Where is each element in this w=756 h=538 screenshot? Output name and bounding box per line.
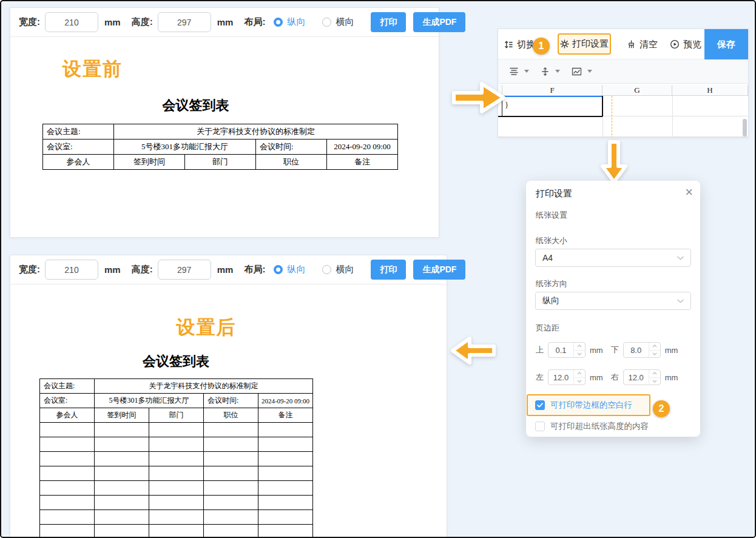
column-header-f[interactable]: F	[502, 85, 602, 96]
empty-cell	[40, 496, 95, 510]
print-toolbar: 宽度: mm 高度: mm 布局: 纵向 横向 打印 生成PDF	[10, 8, 439, 37]
landscape-radio-label: 横向	[336, 16, 354, 28]
stepper-buttons[interactable]	[573, 370, 585, 385]
stepper-buttons[interactable]	[649, 370, 660, 385]
print-button[interactable]: 打印	[371, 260, 406, 280]
empty-cell	[204, 437, 258, 452]
width-label: 宽度:	[19, 264, 40, 275]
height-input[interactable]	[158, 12, 211, 32]
empty-cell	[204, 481, 258, 496]
empty-cell	[95, 452, 149, 466]
chevron-up-icon[interactable]	[574, 370, 585, 378]
stepper-buttons[interactable]	[649, 343, 660, 357]
height-input[interactable]	[158, 260, 211, 280]
width-input[interactable]	[45, 260, 98, 280]
print-button[interactable]: 打印	[371, 12, 406, 32]
table-row: 会议室: 5号楼301多功能汇报大厅 会议时间: 2024-09-20 09:0…	[43, 140, 398, 155]
empty-cell	[258, 423, 313, 437]
chevron-up-icon[interactable]	[649, 343, 660, 351]
switch-button[interactable]: 切换	[504, 29, 535, 59]
margin-top-value: 0.1	[548, 343, 573, 357]
empty-cell	[40, 452, 95, 466]
overflow-checkbox-label: 可打印超出纸张高度的内容	[550, 421, 649, 432]
checkbox-unchecked-icon[interactable]	[535, 422, 545, 431]
chevron-up-icon[interactable]	[574, 343, 585, 351]
empty-row	[40, 437, 313, 452]
col-header: 备注	[258, 408, 313, 423]
arrow-right-icon	[450, 80, 506, 115]
chevron-down-icon[interactable]	[649, 378, 660, 385]
generate-pdf-button[interactable]: 生成PDF	[413, 260, 465, 280]
table-row: 会议主题: 关于龙宇科技支付协议的标准制定	[43, 124, 398, 140]
room-label-cell: 会议室:	[40, 394, 95, 408]
align-center-icon[interactable]	[509, 67, 519, 76]
blank-rows-checkbox-row[interactable]: 可打印带边框的空白行	[527, 394, 650, 416]
subject-label-cell: 会议主题:	[40, 379, 95, 394]
chevron-up-icon[interactable]	[649, 370, 660, 378]
margin-right-stepper[interactable]: 12.0	[623, 369, 661, 385]
portrait-radio[interactable]: 纵向	[274, 16, 305, 28]
empty-cell	[95, 437, 149, 452]
after-document: 设置后 会议签到表 会议主题: 关于龙宇科技支付协议的标准制定 会议室: 5号楼…	[39, 315, 312, 538]
table-border	[602, 96, 603, 116]
before-badge: 设置前	[62, 56, 439, 82]
empty-row	[40, 510, 313, 525]
chevron-down-icon[interactable]	[574, 378, 585, 385]
margin-bottom-stepper[interactable]: 8.0	[623, 342, 661, 358]
landscape-radio[interactable]: 横向	[322, 16, 354, 28]
subject-value-cell: 关于龙宇科技支付协议的标准制定	[95, 379, 313, 394]
print-settings-button[interactable]: 打印设置	[558, 33, 611, 55]
empty-cell	[149, 510, 204, 525]
stepper-buttons[interactable]	[573, 343, 585, 357]
height-unit: mm	[217, 17, 234, 27]
image-icon[interactable]	[572, 67, 582, 76]
preview-button[interactable]: 预览	[670, 29, 701, 59]
empty-cell	[95, 481, 149, 496]
radio-selected-icon	[274, 265, 283, 274]
empty-cell	[258, 452, 313, 466]
paper-size-label: 纸张大小	[536, 235, 567, 246]
time-label-cell: 会议时间:	[256, 140, 327, 155]
step-1-badge: 1	[533, 38, 550, 55]
preview-label: 预览	[683, 39, 701, 50]
chevron-down-icon[interactable]	[555, 70, 560, 73]
chevron-down-icon[interactable]	[574, 351, 585, 358]
after-preview-panel: 宽度: mm 高度: mm 布局: 纵向 横向 打印 生成PDF 设置后 会议签…	[10, 255, 447, 538]
empty-cell	[95, 423, 149, 437]
column-header-g[interactable]: G	[602, 85, 672, 96]
empty-cell	[149, 437, 204, 452]
col-header: 参会人	[43, 155, 114, 170]
empty-cell	[149, 423, 204, 437]
close-icon[interactable]: ×	[685, 184, 693, 200]
chevron-down-icon[interactable]	[587, 70, 592, 73]
unit-label: mm	[590, 373, 603, 382]
overflow-checkbox-row[interactable]: 可打印超出纸张高度的内容	[535, 421, 649, 432]
width-input[interactable]	[45, 12, 98, 32]
layout-label: 布局:	[244, 264, 265, 275]
clear-button[interactable]: 清空	[627, 29, 658, 59]
landscape-radio[interactable]: 横向	[322, 264, 354, 275]
time-value-cell: 2024-09-20 09:00	[258, 394, 313, 408]
margin-top-stepper[interactable]: 0.1	[548, 342, 586, 358]
width-label: 宽度:	[19, 16, 40, 28]
grid-line	[672, 96, 673, 138]
chevron-down-icon	[677, 299, 684, 303]
vertical-align-icon[interactable]	[541, 67, 550, 76]
play-circle-icon	[670, 39, 680, 49]
empty-cell	[258, 510, 313, 525]
chevron-down-icon[interactable]	[649, 351, 660, 358]
paper-size-select[interactable]: A4	[535, 249, 691, 267]
col-header: 备注	[327, 155, 398, 170]
save-button[interactable]: 保存	[704, 29, 748, 59]
margin-left-stepper[interactable]: 12.0	[548, 369, 586, 385]
vertical-scrollbar[interactable]	[743, 119, 747, 136]
column-header-h[interactable]: H	[672, 85, 748, 96]
portrait-radio[interactable]: 纵向	[274, 264, 305, 275]
checkbox-checked-icon[interactable]	[535, 400, 545, 410]
chevron-down-icon[interactable]	[524, 70, 529, 73]
generate-pdf-button[interactable]: 生成PDF	[413, 12, 465, 32]
orientation-select[interactable]: 纵向	[535, 292, 691, 310]
after-badge: 设置后	[70, 315, 343, 340]
empty-cell	[40, 510, 95, 525]
empty-cell	[40, 423, 95, 437]
